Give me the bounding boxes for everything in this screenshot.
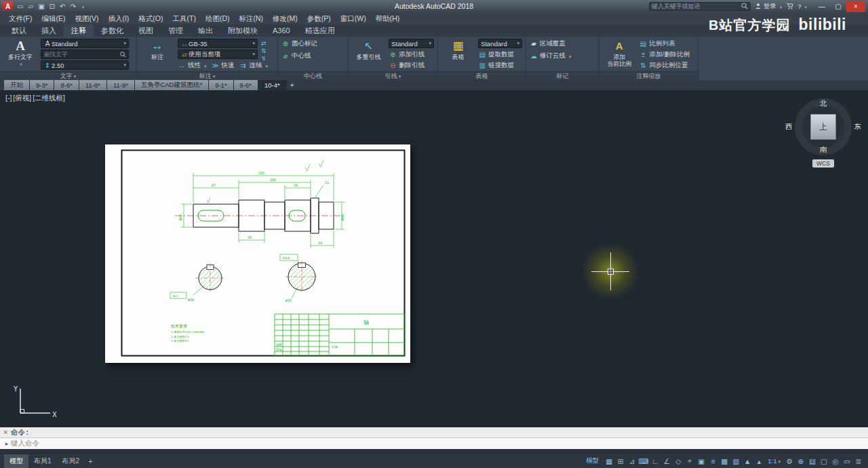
viewcube-compass-ring[interactable]: 北 南 西 东 上 <box>795 98 852 155</box>
polar-tracking-icon[interactable]: ∠ <box>661 457 672 465</box>
qat-dropdown-icon[interactable] <box>81 3 85 10</box>
help-search-input[interactable] <box>652 3 741 9</box>
new-layout-button[interactable]: + <box>85 457 96 465</box>
quick-properties-icon[interactable]: ▤ <box>807 457 818 465</box>
file-tab-pavilion[interactable]: 五角亭CAD建筑图纸* <box>135 80 209 90</box>
table-style-dropdown[interactable]: Standard▾ <box>478 39 522 48</box>
osnap-tracking-icon[interactable]: ⌖ <box>684 456 695 465</box>
tab-parametric[interactable]: 参数化 <box>94 24 131 37</box>
find-text-box[interactable] <box>41 50 129 59</box>
customize-icon[interactable]: ≣ <box>853 457 864 465</box>
file-tab-9-6[interactable]: 9-6* <box>234 80 258 90</box>
command-close-icon[interactable]: × <box>0 429 11 437</box>
file-tab-11-8[interactable]: 11-8* <box>79 80 107 90</box>
file-tab-9-3[interactable]: 9-3* <box>30 80 54 90</box>
annotation-visibility-icon[interactable]: ▲ <box>742 457 753 465</box>
osnap-icon[interactable]: ▣ <box>696 457 707 465</box>
annotation-monitor-icon[interactable]: ⊕ <box>795 457 806 465</box>
file-tab-8-6[interactable]: 8-6* <box>54 80 79 90</box>
command-input[interactable] <box>11 440 868 448</box>
undo-icon[interactable]: ↶ <box>60 3 65 10</box>
table-button[interactable]: ▦ 表格 <box>441 39 475 60</box>
table-panel-footer[interactable]: 表格 <box>438 71 526 80</box>
maximize-button[interactable]: ▢ <box>830 1 846 12</box>
tab-addins[interactable]: 附加模块 <box>220 24 265 37</box>
grid-icon[interactable]: ▦ <box>604 457 614 465</box>
new-drawing-tab-button[interactable]: + <box>287 80 298 90</box>
dim-layer-dropdown[interactable]: ▱使用当前项▾ <box>178 50 258 59</box>
dim-jog-icon[interactable]: ↯ <box>261 55 267 62</box>
wcs-dropdown[interactable]: WCS <box>812 159 834 168</box>
viewcube-north[interactable]: 北 <box>820 99 827 109</box>
viewcube-west[interactable]: 西 <box>785 122 793 132</box>
centerline-button[interactable]: ⌀中心线 <box>281 51 311 60</box>
menu-window[interactable]: 窗口(W) <box>336 12 371 24</box>
extract-data-button[interactable]: ▤提取数据 <box>478 50 522 59</box>
help-menu-button[interactable]: ? <box>797 3 807 10</box>
dim-break-icon[interactable]: ⇄ <box>261 40 267 47</box>
help-search-box[interactable] <box>649 2 751 11</box>
menu-insert[interactable]: 插入(I) <box>103 12 134 24</box>
workspace-gear-icon[interactable]: ⚙ <box>784 457 795 465</box>
linear-dim-button[interactable]: ↔线性 <box>178 60 207 70</box>
autoscale-icon[interactable]: ▴ <box>753 457 764 465</box>
isolate-objects-icon[interactable]: ◎ <box>830 457 841 465</box>
viewcube-top-face[interactable]: 上 <box>810 114 836 140</box>
tab-annotate[interactable]: 注释 <box>64 24 94 37</box>
dim-style-dropdown[interactable]: ↔GB-35▾ <box>178 39 258 48</box>
viewcube[interactable]: 北 南 西 东 上 WCS <box>791 98 856 168</box>
clean-screen-icon[interactable]: ▭ <box>842 457 852 465</box>
model-space-badge[interactable]: 模型 <box>582 456 603 465</box>
isodraft-icon[interactable]: ◇ <box>673 457 684 465</box>
remove-leader-button[interactable]: ⊖删除引线 <box>389 60 434 70</box>
tab-manage[interactable]: 管理 <box>161 24 191 37</box>
leader-style-dropdown[interactable]: Standard▾ <box>389 39 434 48</box>
close-button[interactable]: × <box>846 1 865 12</box>
tab-insert[interactable]: 插入 <box>34 24 64 37</box>
dim-space-icon[interactable]: ⇅ <box>261 47 267 54</box>
command-input-row[interactable]: ▸ <box>0 438 868 449</box>
wipeout-button[interactable]: ▰区域覆盖 <box>530 39 566 48</box>
ortho-mode-icon[interactable]: ∟ <box>650 457 660 465</box>
tab-home[interactable]: 默认 <box>4 24 34 37</box>
menu-parametric[interactable]: 参数(P) <box>302 12 336 24</box>
link-data-button[interactable]: ▥链接数据 <box>478 60 522 70</box>
multileader-button[interactable]: ↖ 多重引线 <box>352 39 385 60</box>
menu-view[interactable]: 视图(V) <box>70 12 103 24</box>
menu-edit[interactable]: 编辑(E) <box>37 12 70 24</box>
new-file-icon[interactable]: ▭ <box>17 3 23 10</box>
text-panel-footer[interactable]: 文字 <box>0 71 136 80</box>
command-history-row[interactable]: × 命令: <box>0 427 868 438</box>
sync-scale-button[interactable]: ⇅同步比例位置 <box>639 60 695 70</box>
tab-output[interactable]: 输出 <box>191 24 220 37</box>
viewcube-south[interactable]: 南 <box>820 145 827 155</box>
annotation-scaling-panel-footer[interactable]: 注释缩放 <box>599 71 698 80</box>
quick-dim-button[interactable]: ≫快速 <box>212 60 235 70</box>
add-remove-scale-button[interactable]: ±添加/删除比例 <box>639 50 695 59</box>
viewport-minimize-control[interactable]: [-] <box>5 94 12 103</box>
menu-format[interactable]: 格式(O) <box>134 12 167 24</box>
menu-draw[interactable]: 绘图(D) <box>201 12 235 24</box>
mtext-button[interactable]: A 多行文字 <box>3 39 37 68</box>
snap-mode-icon[interactable]: ⊞ <box>615 457 626 465</box>
add-current-scale-button[interactable]: A 添加 当前比例 <box>603 39 636 67</box>
infer-constraints-icon[interactable]: ⊿ <box>627 457 637 465</box>
revision-cloud-button[interactable]: ☁修订云线 <box>530 51 572 60</box>
layout1-tab[interactable]: 布局1 <box>28 454 57 468</box>
add-leader-button[interactable]: ⊕添加引线 <box>389 50 434 59</box>
open-file-icon[interactable]: ▱ <box>28 3 33 10</box>
viewport-view-control[interactable]: [俯视] <box>13 94 31 103</box>
text-height-dropdown[interactable]: ⇕2.50▾ <box>41 60 129 70</box>
dimension-panel-footer[interactable]: 标注 <box>137 71 277 80</box>
file-tab-start[interactable]: 开始 <box>4 80 30 90</box>
lock-ui-icon[interactable]: ▢ <box>818 457 829 465</box>
autocad-logo-icon[interactable]: A <box>3 1 13 11</box>
dynamic-input-icon[interactable]: ⌨ <box>638 457 649 465</box>
drawing-canvas[interactable]: [-] [俯视] [二维线框] <box>0 90 868 427</box>
find-text-search-icon[interactable] <box>120 52 126 58</box>
tab-view[interactable]: 视图 <box>131 24 161 37</box>
leader-panel-footer[interactable]: 引线 <box>349 71 437 80</box>
menu-dimension[interactable]: 标注(N) <box>235 12 269 24</box>
redo-icon[interactable]: ↷ <box>70 3 75 10</box>
app-store-cart-icon[interactable] <box>786 3 793 9</box>
